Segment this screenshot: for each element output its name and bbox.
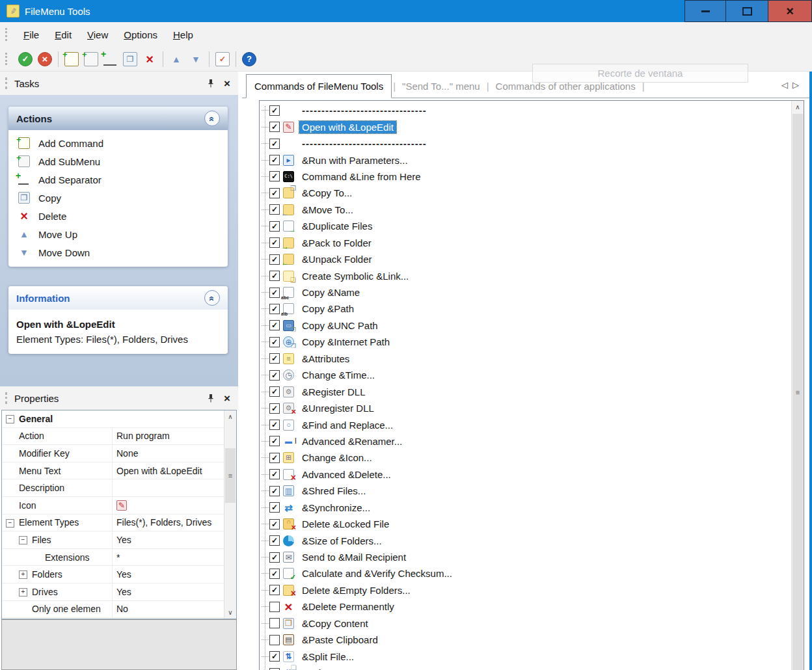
command-checkbox[interactable]: ✓	[269, 668, 280, 670]
command-row[interactable]: ✓≡&Attributes	[260, 351, 792, 367]
property-row-action[interactable]: ActionRun program	[2, 428, 224, 446]
command-label[interactable]: Delete &Locked File	[299, 518, 392, 530]
command-row[interactable]: ✓❐&Copy To...	[260, 185, 792, 201]
command-row[interactable]: ✓✎Open with &LopeEdit	[260, 118, 792, 135]
delete-button[interactable]: ×	[140, 49, 159, 69]
scroll-up-icon[interactable]: ∧	[792, 101, 804, 113]
add-separator-button[interactable]: +	[101, 49, 120, 69]
command-row[interactable]: ✓abcCopy &Name	[260, 284, 792, 301]
action-add-separator[interactable]: +Add Separator	[8, 170, 228, 189]
validate-button[interactable]: ✓	[213, 49, 232, 69]
command-label[interactable]: Open with &LopeEdit	[299, 121, 396, 133]
menu-edit[interactable]: Edit	[47, 25, 79, 44]
properties-pane-close-icon[interactable]: ×	[224, 393, 230, 404]
command-checkbox[interactable]: ✓	[269, 304, 280, 314]
property-row-description[interactable]: Description	[2, 479, 224, 497]
command-label[interactable]: Advanced &Renamer...	[299, 435, 405, 448]
pin-icon[interactable]	[207, 79, 215, 88]
command-row[interactable]: ✓▭❐Copy &UNC Path	[260, 317, 792, 334]
property-row-modifier-key[interactable]: Modifier KeyNone	[2, 445, 224, 462]
command-checkbox[interactable]: ✓	[269, 535, 280, 546]
command-label[interactable]: &Paste Clipboard	[299, 634, 381, 646]
properties-scrollbar-thumb[interactable]: ≡	[225, 448, 236, 503]
command-checkbox[interactable]: ✓	[269, 502, 280, 513]
help-button[interactable]: ?	[239, 49, 259, 69]
command-label[interactable]: &Split File...	[299, 650, 357, 663]
command-row[interactable]: ✓⊕❐Copy &Internet Path	[260, 334, 792, 350]
tab-scroll-left-icon[interactable]: ◁	[781, 80, 788, 90]
pin-icon[interactable]	[207, 394, 215, 403]
discard-changes-button[interactable]: ×	[35, 49, 55, 69]
property-row-folders[interactable]: +FoldersYes	[2, 566, 224, 583]
property-row-element-types[interactable]: −Element TypesFiles(*), Folders, Drives	[2, 515, 224, 532]
command-checkbox[interactable]: ✓	[269, 519, 280, 529]
command-list-scrollbar-thumb[interactable]: ≡	[792, 114, 803, 670]
command-checkbox[interactable]: ✓	[269, 254, 280, 265]
command-separator-row[interactable]: ✓--------------------------------	[260, 135, 792, 152]
command-label[interactable]: &Shred Files...	[299, 485, 368, 497]
property-row-menu-text[interactable]: Menu TextOpen with &LopeEdit	[2, 462, 224, 480]
command-checkbox[interactable]: ✓	[269, 204, 280, 215]
command-checkbox[interactable]: ✓	[269, 155, 280, 165]
command-row[interactable]: ✓C:\Command &Line from Here	[260, 168, 792, 185]
command-checkbox[interactable]	[269, 602, 280, 612]
command-row[interactable]: ✓○&Find and Replace...	[260, 416, 792, 433]
command-checkbox[interactable]: ✓	[269, 569, 280, 579]
command-label[interactable]: &Synchronize...	[299, 502, 373, 514]
command-label[interactable]: &Delete Permanently	[299, 600, 397, 613]
command-checkbox[interactable]: ✓	[269, 271, 280, 281]
apply-changes-button[interactable]: ✓	[16, 49, 35, 69]
command-row[interactable]: ✓⇅&Split File...	[260, 648, 792, 664]
command-checkbox[interactable]: ✓	[269, 370, 280, 381]
command-label[interactable]: Delete &Empty Folders...	[299, 584, 413, 596]
command-checkbox[interactable]: ✓	[269, 486, 280, 496]
command-checkbox[interactable]: ✓	[269, 420, 280, 430]
command-checkbox[interactable]: ✓	[269, 188, 280, 198]
add-command-button[interactable]: +	[62, 49, 81, 69]
command-row[interactable]: ❐&Copy Content	[260, 615, 792, 632]
command-checkbox[interactable]: ✓	[269, 453, 280, 463]
command-checkbox[interactable]: ✓	[269, 585, 280, 595]
command-separator-row[interactable]: ✓--------------------------------	[260, 102, 792, 118]
action-copy[interactable]: ❐Copy	[8, 189, 228, 207]
action-move-down[interactable]: ▼Move Down	[8, 243, 228, 261]
property-row-icon[interactable]: Icon✎	[2, 497, 224, 515]
command-label[interactable]: &Attributes	[299, 353, 352, 365]
property-row-drives[interactable]: +DrivesYes	[2, 583, 224, 601]
property-value[interactable]: *	[112, 549, 224, 566]
command-checkbox[interactable]: ✓	[269, 436, 280, 446]
action-add-submenu[interactable]: +Add SubMenu	[8, 152, 228, 170]
command-row[interactable]: ✓❏Create Symbolic &Link...	[260, 267, 792, 284]
command-label[interactable]: &Duplicate Files	[299, 220, 375, 232]
command-row[interactable]: ✓←&Unpack Folder	[260, 251, 792, 267]
command-row[interactable]: ✓▸&Run with Parameters...	[260, 152, 792, 168]
property-row-extensions[interactable]: Extensions*	[2, 549, 224, 567]
move-down-button[interactable]: ▼	[186, 49, 206, 69]
property-value[interactable]: Yes	[112, 566, 224, 583]
command-label[interactable]: &Copy To...	[299, 187, 355, 199]
command-row[interactable]: ✓a\bCopy &Path	[260, 301, 792, 317]
collapse-chevron-icon[interactable]: «	[204, 111, 220, 126]
command-label[interactable]: &Unpack Folder	[299, 253, 375, 265]
command-row[interactable]: ✓⚙&Register DLL	[260, 383, 792, 399]
menu-options[interactable]: Options	[116, 25, 165, 44]
move-up-button[interactable]: ▲	[167, 49, 186, 69]
menu-help[interactable]: Help	[165, 25, 201, 44]
maximize-button[interactable]	[725, 0, 768, 22]
command-label[interactable]: &Copy Content	[299, 617, 371, 630]
command-checkbox[interactable]: ✓	[269, 320, 280, 330]
property-value[interactable]: Files(*), Folders, Drives	[112, 515, 224, 531]
command-row[interactable]: ✓→&Pack to Folder	[260, 235, 792, 251]
command-row[interactable]: ×&Delete Permanently	[260, 598, 792, 615]
command-label[interactable]: &Find and Replace...	[299, 419, 396, 431]
command-label[interactable]: Change &Icon...	[299, 451, 375, 464]
command-checkbox[interactable]: ✓	[269, 122, 280, 132]
property-value[interactable]: ✎	[112, 497, 224, 514]
tasks-pane-close-icon[interactable]: ×	[224, 78, 230, 89]
command-label[interactable]: Send to &Mail Recipient	[299, 551, 409, 563]
tab-commands-of-filemenu-tools[interactable]: Commands of FileMenu Tools	[246, 74, 392, 98]
command-label[interactable]: Create Symbolic &Link...	[299, 270, 411, 282]
command-row[interactable]: ✓←&Move To...	[260, 202, 792, 218]
property-value[interactable]: No	[112, 601, 224, 618]
command-checkbox[interactable]: ✓	[269, 651, 280, 662]
